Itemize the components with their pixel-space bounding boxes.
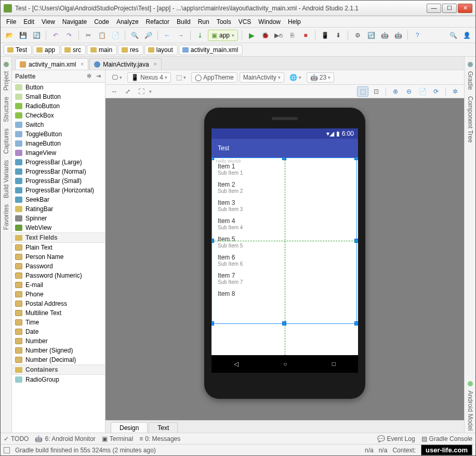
screenshot-icon[interactable]: 📄 — [417, 86, 428, 97]
device-selector[interactable]: 📱 Nexus 4▾ — [127, 72, 171, 83]
minimize-button[interactable]: — — [427, 4, 441, 13]
menu-run[interactable]: Run — [194, 17, 213, 27]
layout-preview[interactable]: Hello World! Item 1Sub Item 1Item 2Sub I… — [211, 158, 358, 355]
zoom-fit-icon[interactable]: ⛶ — [136, 86, 147, 97]
editor-tab-xml[interactable]: activity_main.xml × — [15, 58, 88, 70]
android-monitor-tab[interactable]: 🤖 6: Android Monitor — [35, 435, 95, 442]
left-tab-build-variants[interactable]: Build Variants — [3, 160, 10, 198]
design-tab[interactable]: Design — [111, 422, 148, 433]
menu-analyze[interactable]: Analyze — [113, 17, 142, 27]
replace-icon[interactable]: 🔎 — [142, 30, 154, 41]
sdk-icon[interactable]: ⬇ — [333, 30, 344, 41]
palette-item[interactable]: Multiline Text — [12, 308, 105, 318]
make-icon[interactable]: ⤓ — [194, 30, 206, 41]
debug-icon[interactable]: 🐞 — [259, 30, 271, 41]
status-indicator-icon[interactable] — [4, 447, 10, 453]
palette-item[interactable]: Number (Signed) — [12, 346, 105, 355]
ui-mode-icon[interactable]: ⬚▾ — [173, 72, 189, 83]
palette-category-text-fields[interactable]: Text Fields — [12, 232, 105, 243]
palette-item[interactable]: ImageButton — [12, 139, 105, 148]
refresh-icon[interactable]: ⟳ — [430, 86, 442, 97]
palette-category-containers[interactable]: Containers — [12, 364, 105, 375]
zoom-out-icon[interactable]: ⊖ — [403, 86, 415, 97]
palette-item[interactable]: Spinner — [12, 214, 105, 223]
todo-tab[interactable]: ✓ TODO — [4, 435, 29, 442]
palette-item[interactable]: ProgressBar (Large) — [12, 158, 105, 167]
palette-item[interactable]: RadioGroup — [12, 375, 105, 384]
close-tab-icon[interactable]: × — [154, 61, 157, 67]
palette-item[interactable]: Switch — [12, 120, 105, 129]
menu-edit[interactable]: Edit — [20, 17, 38, 27]
locale-icon[interactable]: 🌐▾ — [286, 72, 305, 83]
palette-item[interactable]: Password — [12, 262, 105, 271]
palette-item[interactable]: Number (Decimal) — [12, 355, 105, 364]
breadcrumb-item[interactable]: res — [118, 45, 143, 55]
breadcrumb-item[interactable]: app — [33, 45, 60, 55]
menu-tools[interactable]: Tools — [213, 17, 235, 27]
event-log-tab[interactable]: 💬 Event Log — [377, 435, 415, 442]
gradle-icon[interactable] — [468, 62, 473, 67]
palette-item[interactable]: ProgressBar (Small) — [12, 176, 105, 186]
design-canvas[interactable]: ▾◢ ▮ 6:00 Test Hello World! Item 1Sub It… — [105, 98, 464, 420]
palette-item[interactable]: Button — [12, 83, 105, 92]
zoom-in-icon[interactable]: ⊕ — [390, 86, 401, 97]
left-tab-structure[interactable]: Structure — [3, 97, 10, 122]
theme-selector[interactable]: ◯ AppTheme — [191, 72, 237, 83]
menu-view[interactable]: View — [38, 17, 59, 27]
save-icon[interactable]: 💾 — [17, 30, 29, 41]
activity-selector[interactable]: MainActivity▾ — [240, 72, 284, 83]
palette-item[interactable]: CheckBox — [12, 111, 105, 120]
palette-item[interactable]: ProgressBar (Horizontal) — [12, 186, 105, 195]
back-icon[interactable]: ← — [162, 30, 173, 41]
fit-icon[interactable]: ⤢ — [122, 86, 134, 97]
sync-icon[interactable]: 🔄 — [31, 30, 42, 41]
palette-item[interactable]: Plain Text — [12, 243, 105, 252]
palette-item[interactable]: ImageView — [12, 148, 105, 158]
stop-icon[interactable]: ■ — [300, 30, 311, 41]
text-tab[interactable]: Text — [149, 422, 178, 433]
select-mode-icon[interactable]: ⬚ — [357, 86, 368, 97]
palette-item[interactable]: RadioButton — [12, 101, 105, 111]
menu-refactor[interactable]: Refactor — [142, 17, 173, 27]
right-tab-gradle[interactable]: Gradle — [467, 71, 474, 90]
palette-view-icon[interactable]: ⇥ — [95, 73, 102, 80]
menu-window[interactable]: Window — [255, 17, 284, 27]
copy-icon[interactable]: 📋 — [96, 30, 108, 41]
palette-item[interactable]: Number — [12, 336, 105, 346]
left-tab-project[interactable]: Project — [3, 71, 10, 90]
palette-item[interactable]: Phone — [12, 290, 105, 299]
project-structure-icon[interactable]: ⚙ — [352, 30, 363, 41]
help-icon[interactable]: ? — [412, 30, 423, 41]
search-icon[interactable]: 🔍 — [447, 30, 459, 41]
terminal-tab[interactable]: ▣ Terminal — [102, 435, 133, 442]
android-model-icon[interactable] — [468, 381, 473, 386]
palette-item[interactable]: RatingBar — [12, 204, 105, 214]
menu-file[interactable]: File — [3, 17, 20, 27]
cut-icon[interactable]: ✂ — [83, 30, 94, 41]
run-config-selector[interactable]: ▣ app ▾ — [208, 30, 238, 41]
sync-gradle-icon[interactable]: 🔃 — [365, 30, 377, 41]
close-tab-icon[interactable]: × — [81, 61, 84, 67]
palette-item[interactable]: Password (Numeric) — [12, 271, 105, 280]
editor-tab-java[interactable]: MainActivity.java × — [89, 58, 161, 70]
menu-code[interactable]: Code — [90, 17, 113, 27]
breadcrumb-item[interactable]: src — [61, 45, 86, 55]
undo-icon[interactable]: ↶ — [50, 30, 61, 41]
find-icon[interactable]: 🔍 — [129, 30, 140, 41]
menu-vcs[interactable]: VCS — [235, 17, 255, 27]
palette-settings-icon[interactable]: ✲ — [85, 73, 92, 80]
palette-item[interactable]: Date — [12, 327, 105, 336]
android-icon-2[interactable]: 🤖 — [392, 30, 404, 41]
api-selector[interactable]: 🤖23▾ — [307, 72, 334, 83]
left-tab-captures[interactable]: Captures — [3, 128, 10, 154]
user-icon[interactable]: 👤 — [461, 30, 472, 41]
palette-item[interactable]: Postal Address — [12, 299, 105, 308]
open-icon[interactable]: 📂 — [4, 30, 15, 41]
right-tab-android-model[interactable]: Android Model — [467, 390, 474, 431]
android-icon[interactable]: 🤖 — [379, 30, 390, 41]
menu-navigate[interactable]: Navigate — [59, 17, 90, 27]
paste-icon[interactable]: 📄 — [110, 30, 121, 41]
palette-item[interactable]: Small Button — [12, 92, 105, 101]
attach-icon[interactable]: ⎘ — [286, 30, 298, 41]
close-button[interactable]: ✕ — [458, 4, 472, 13]
